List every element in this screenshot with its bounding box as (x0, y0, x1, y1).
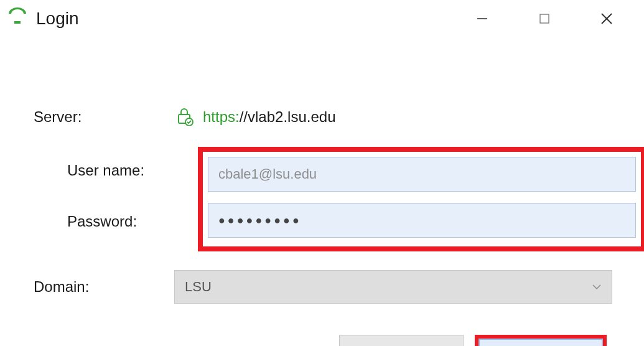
window-title: Login (36, 9, 79, 29)
maximize-button[interactable] (513, 7, 576, 30)
minimize-button[interactable] (451, 7, 513, 30)
username-input[interactable] (208, 157, 636, 192)
svg-rect-2 (540, 14, 549, 23)
close-button[interactable] (576, 7, 638, 30)
title-left: Login (6, 7, 451, 30)
window-controls (451, 7, 638, 30)
login-button[interactable]: Login (478, 339, 603, 346)
app-icon (6, 7, 29, 30)
server-url-prefix: https: (203, 108, 240, 125)
server-row: Server: https://vlab2.lsu.edu (34, 106, 625, 128)
server-url-rest: //vlab2.lsu.edu (240, 108, 336, 125)
domain-label: Domain: (34, 278, 174, 296)
minimize-icon (476, 12, 488, 25)
login-highlight: Login (475, 335, 607, 346)
chevron-down-icon (592, 282, 602, 292)
username-label: User name: (67, 162, 144, 179)
server-url: https://vlab2.lsu.edu (203, 108, 335, 126)
titlebar: Login (0, 0, 644, 37)
svg-rect-0 (14, 21, 21, 24)
server-label: Server: (34, 108, 174, 126)
lock-check-icon (174, 106, 194, 128)
cancel-button[interactable]: Cancel (339, 335, 464, 346)
login-form: Server: https://vlab2.lsu.edu User name:… (0, 37, 644, 346)
domain-row: Domain: LSU (34, 270, 625, 304)
password-input[interactable] (208, 203, 636, 238)
domain-selected-value: LSU (185, 279, 212, 295)
button-row: Cancel Login (34, 335, 625, 346)
password-label: Password: (67, 213, 137, 230)
credentials-section: User name: Password: (34, 152, 625, 251)
close-icon (600, 12, 614, 26)
domain-select[interactable]: LSU (174, 270, 612, 304)
credentials-highlight (198, 147, 644, 251)
server-value: https://vlab2.lsu.edu (174, 106, 335, 128)
maximize-icon (539, 13, 550, 24)
